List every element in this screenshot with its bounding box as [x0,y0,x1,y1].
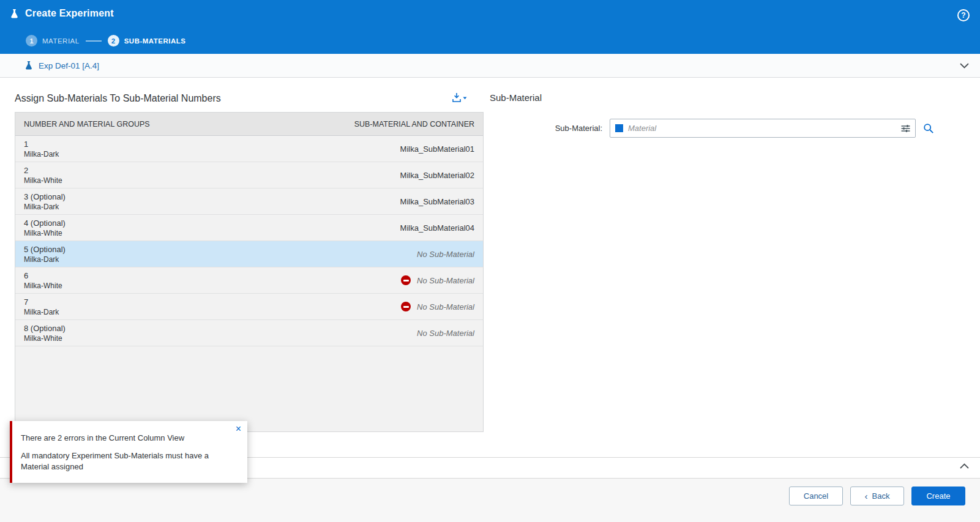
row-number-and-group-cell: 6 Milka-White [24,271,401,290]
table-row[interactable]: 5 (Optional) Milka-Dark No Sub-Material [15,241,483,267]
wizard-step-material[interactable]: 1 MATERIAL [26,35,80,47]
app-header: Create Experiment ? 1 MATERIAL 2 SUB-MAT… [0,0,980,54]
row-material-group: Milka-White [24,229,400,237]
step-2-label: SUB-MATERIALS [124,37,186,45]
create-button[interactable]: Create [911,487,965,505]
flask-icon [10,9,19,19]
help-button[interactable]: ? [957,9,970,21]
row-material-group: Milka-Dark [24,150,400,158]
assignment-table: NUMBER AND MATERIAL GROUPS SUB-MATERIAL … [15,112,484,432]
row-sub-material-cell: Milka_SubMaterial02 [400,171,474,180]
close-icon[interactable]: × [236,424,241,434]
row-error-icon [401,275,411,285]
row-sub-material-cell: No Sub-Material [401,302,474,311]
chevron-left-icon: ‹ [865,491,868,501]
assignment-table-body: 1 Milka-Dark Milka_SubMaterial01 2 Milka… [15,136,483,431]
error-message-popover: × There are 2 errors in the Current Colu… [10,421,247,483]
footer-buttons: Cancel ‹ Back Create [789,487,965,505]
step-1-circle: 1 [26,35,37,47]
step-2-circle: 2 [108,35,119,47]
row-sub-material-cell: No Sub-Material [401,275,474,285]
row-material-group: Milka-Dark [24,255,417,264]
error-popover-detail: All mandatory Experiment Sub-Materials m… [21,450,223,472]
footer-bar: Cancel ‹ Back Create [0,478,980,522]
experiment-context-bar: Exp Def-01 [A.4] [0,54,980,78]
row-number: 4 (Optional) [24,218,400,228]
page-title: Create Experiment [25,8,114,19]
row-sub-material-cell: Milka_SubMaterial01 [400,144,474,154]
wizard-step-sub-materials[interactable]: 2 SUB-MATERIALS [108,35,186,47]
sub-material-field-label: Sub-Material: [490,124,610,133]
column-header-sub-material: SUB-MATERIAL AND CONTAINER [354,120,474,129]
assign-panel-header: Assign Sub-Materials To Sub-Material Num… [15,92,484,104]
row-material-group: Milka-Dark [24,308,401,316]
chevron-down-icon[interactable] [960,63,969,69]
row-sub-material-cell: No Sub-Material [417,250,474,259]
sub-material-input-wrap [610,119,916,138]
experiment-definition-label: Exp Def-01 [A.4] [39,61,99,70]
row-number-and-group-cell: 5 (Optional) Milka-Dark [24,245,417,264]
sub-material-panel: Sub-Material Sub-Material: [490,92,965,138]
row-number-and-group-cell: 1 Milka-Dark [24,140,400,158]
step-connector [86,40,102,42]
download-menu-button[interactable] [452,92,468,104]
material-token-icon [615,124,623,132]
row-number: 6 [24,271,401,280]
sub-material-panel-title: Sub-Material [490,92,965,103]
row-sub-material: Milka_SubMaterial03 [400,197,474,206]
row-number-and-group-cell: 8 (Optional) Milka-White [24,324,417,343]
app-title-row: Create Experiment [0,0,980,19]
flask-icon-blue [24,61,33,70]
assign-panel: Assign Sub-Materials To Sub-Material Num… [15,92,484,432]
back-button[interactable]: ‹ Back [850,487,904,505]
row-number: 8 (Optional) [24,324,417,333]
table-row[interactable]: 4 (Optional) Milka-White Milka_SubMateri… [15,215,483,241]
row-error-icon [401,302,411,311]
row-number: 2 [24,166,400,175]
row-material-group: Milka-White [24,334,417,343]
row-number-and-group-cell: 2 Milka-White [24,166,400,185]
row-sub-material-cell: Milka_SubMaterial03 [400,197,474,206]
row-material-group: Milka-White [24,176,400,185]
value-help-icon[interactable] [901,124,910,133]
row-sub-material: Milka_SubMaterial01 [400,144,474,154]
row-number: 3 (Optional) [24,192,400,201]
row-number: 1 [24,140,400,149]
wizard-steps: 1 MATERIAL 2 SUB-MATERIALS [26,35,186,47]
row-number: 7 [24,297,401,307]
sub-material-input[interactable] [628,124,896,133]
help-glyph: ? [961,11,965,20]
table-row[interactable]: 8 (Optional) Milka-White No Sub-Material [15,320,483,346]
step-1-label: MATERIAL [42,37,80,45]
table-row[interactable]: 3 (Optional) Milka-Dark Milka_SubMateria… [15,188,483,215]
row-number-and-group-cell: 7 Milka-Dark [24,297,401,316]
row-sub-material-cell: Milka_SubMaterial04 [400,223,474,233]
row-sub-material-cell: No Sub-Material [417,329,474,338]
row-number-and-group-cell: 4 (Optional) Milka-White [24,218,400,237]
cancel-button[interactable]: Cancel [789,487,843,505]
column-header-number-groups: NUMBER AND MATERIAL GROUPS [24,120,354,129]
row-sub-material: No Sub-Material [417,302,474,311]
assign-panel-title: Assign Sub-Materials To Sub-Material Num… [15,93,221,104]
main-content: Assign Sub-Materials To Sub-Material Num… [0,78,980,457]
row-sub-material: Milka_SubMaterial04 [400,223,474,233]
chevron-up-icon[interactable] [960,463,969,469]
sub-material-field-row: Sub-Material: [490,119,965,138]
back-button-label: Back [872,491,890,501]
error-popover-summary: There are 2 errors in the Current Column… [21,433,236,442]
table-row[interactable]: 2 Milka-White Milka_SubMaterial02 [15,162,483,188]
search-button[interactable] [923,123,934,134]
row-sub-material: No Sub-Material [417,276,474,285]
row-sub-material: Milka_SubMaterial02 [400,171,474,180]
row-number: 5 (Optional) [24,245,417,254]
row-material-group: Milka-Dark [24,203,400,211]
row-number-and-group-cell: 3 (Optional) Milka-Dark [24,192,400,211]
row-sub-material: No Sub-Material [417,250,474,259]
assignment-table-header: NUMBER AND MATERIAL GROUPS SUB-MATERIAL … [15,113,483,136]
row-sub-material: No Sub-Material [417,329,474,338]
table-row[interactable]: 6 Milka-White No Sub-Material [15,267,483,294]
table-row[interactable]: 7 Milka-Dark No Sub-Material [15,294,483,320]
row-material-group: Milka-White [24,282,401,290]
table-row[interactable]: 1 Milka-Dark Milka_SubMaterial01 [15,136,483,162]
